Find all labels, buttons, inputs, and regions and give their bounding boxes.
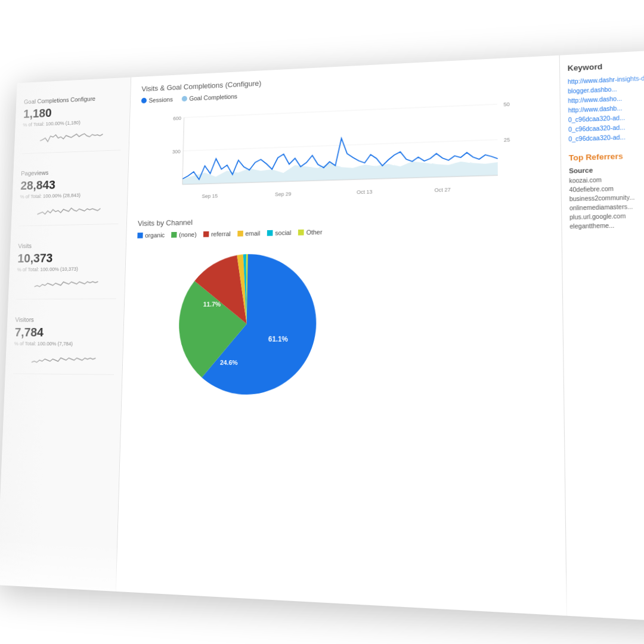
dashboard-inner: Goal Completions Configure 1,180 % of To… [0, 49, 644, 623]
left-panel: Goal Completions Configure 1,180 % of To… [0, 78, 131, 592]
keyword-section-title: Keyword [568, 58, 644, 73]
organic-label: organic [145, 231, 165, 239]
svg-line-0 [184, 104, 497, 117]
sparkline-3 [16, 275, 117, 292]
line-chart-svg: 600 300 50 25 Sep 15 Sep 29 Oct 13 Oct 2… [138, 90, 549, 208]
referral-square [203, 231, 209, 237]
svg-text:Oct 27: Oct 27 [435, 187, 451, 193]
label-none-pct: 24.6% [220, 359, 238, 366]
dashboard-wrapper: Goal Completions Configure 1,180 % of To… [0, 49, 644, 623]
pie-chart-section: Visits by Channel organic (none) referra… [132, 210, 550, 411]
source-header: Source [569, 164, 644, 175]
referrer-item-0[interactable]: koozai.com [569, 174, 644, 184]
referrer-item-5[interactable]: eleganttheme... [569, 221, 644, 230]
legend-email: email [237, 230, 261, 237]
legend-goal-completions: Goal Completions [181, 93, 237, 103]
label-referral-pct: 11.7% [203, 301, 221, 308]
keyword-list: http://www.dashr-insights-dashb... blogg… [568, 73, 644, 143]
metric-block-goal-completions: Goal Completions Configure 1,180 % of To… [22, 88, 123, 154]
metric-value-4: 7,784 [14, 325, 115, 340]
metric-title-3: Visits [18, 241, 117, 249]
goal-completions-label: Goal Completions [189, 93, 237, 102]
svg-text:25: 25 [504, 137, 510, 143]
legend-other: Other [298, 228, 323, 236]
right-panel: Keyword http://www.dashr-insights-dashb.… [559, 49, 644, 623]
organic-square [137, 233, 143, 239]
sparkline-4 [13, 350, 114, 367]
metric-block-pageviews: Pageviews 28,843 % of Total: 100.00% (28… [19, 162, 120, 227]
keyword-item-0[interactable]: http://www.dashr-insights-dashb... [568, 73, 644, 85]
none-label: (none) [179, 231, 197, 238]
social-square [267, 230, 273, 236]
svg-text:600: 600 [173, 115, 181, 121]
sparkline-1 [22, 127, 121, 146]
keyword-item-6[interactable]: 0_c96dcaa320-ad... [568, 132, 644, 143]
main-content: Visits & Goal Completions (Configure) Se… [116, 55, 566, 616]
sessions-label: Sessions [148, 96, 173, 104]
other-label: Other [306, 228, 323, 236]
svg-text:Sep 15: Sep 15 [202, 193, 218, 199]
metric-value-2: 28,843 [20, 176, 120, 193]
keyword-item-5[interactable]: 0_c96dcaa320-ad... [568, 122, 644, 133]
referrer-item-2[interactable]: business2community... [569, 193, 644, 202]
keyword-item-2[interactable]: http://www.dasho... [568, 93, 644, 104]
svg-marker-11 [182, 157, 498, 184]
legend-referral: referral [203, 230, 231, 237]
email-label: email [245, 230, 260, 237]
sessions-dot [141, 98, 147, 104]
metric-block-visits: Visits 10,373 % of Total: 100.00% (10,37… [16, 236, 118, 300]
label-organic-pct: 61.1% [268, 335, 288, 343]
other-square [298, 230, 304, 236]
none-square [171, 232, 177, 238]
referrers-section-title: Top Referrers [569, 150, 644, 162]
metric-title-2: Pageviews [21, 167, 120, 177]
pie-chart-container: 61.1% 24.6% 11.7% [166, 242, 329, 408]
keyword-item-4[interactable]: 0_c96dcaa320-ad... [568, 112, 644, 123]
line-chart-section: Visits & Goal Completions (Configure) Se… [138, 65, 549, 208]
referrer-item-1[interactable]: 40defiebre.com [569, 184, 644, 193]
referrer-list: koozai.com 40defiebre.com business2commu… [569, 174, 644, 230]
referrer-item-4[interactable]: plus.url.google.com [569, 212, 644, 221]
sparkline-2 [19, 200, 119, 218]
referrer-item-3[interactable]: onlinemediamasters... [569, 202, 644, 212]
referral-label: referral [211, 230, 231, 237]
legend-social: social [267, 229, 292, 236]
keyword-item-3[interactable]: http://www.dashb... [568, 103, 644, 114]
pie-chart-svg: 61.1% 24.6% 11.7% [166, 242, 329, 408]
goal-completions-dot [181, 96, 187, 102]
legend-sessions: Sessions [141, 96, 173, 104]
svg-text:Oct 13: Oct 13 [357, 188, 373, 195]
legend-organic: organic [137, 231, 165, 239]
social-label: social [275, 229, 291, 236]
legend-none: (none) [171, 231, 197, 238]
svg-text:Sep 29: Sep 29 [275, 191, 292, 197]
line-chart-container: 600 300 50 25 Sep 15 Sep 29 Oct 13 Oct 2… [138, 90, 549, 208]
metric-sub-4: % of Total: 100.00% (7,784) [14, 341, 115, 347]
keyword-item-1[interactable]: blogger.dashbo... [568, 83, 644, 95]
metric-value-3: 10,373 [17, 250, 117, 266]
metric-block-visitors: Visitors 7,784 % of Total: 100.00% (7,78… [13, 310, 116, 374]
svg-text:50: 50 [503, 101, 510, 107]
metric-title-4: Visitors [15, 316, 116, 323]
svg-text:300: 300 [172, 148, 181, 154]
metric-sub-3: % of Total: 100.00% (10,373) [17, 265, 117, 272]
email-square [237, 231, 243, 237]
